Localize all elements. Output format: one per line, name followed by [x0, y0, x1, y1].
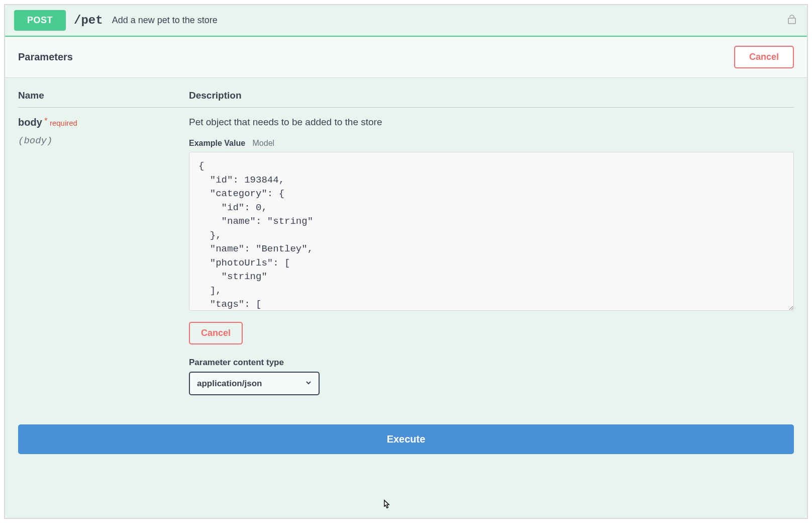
- cursor-pointer-icon: [378, 498, 392, 514]
- column-description-header: Description: [189, 90, 794, 101]
- operation-summary: Add a new pet to the store: [112, 15, 218, 26]
- body-tabs: Example Value Model: [189, 139, 794, 148]
- parameters-content: Name Description body * required (body) …: [5, 78, 807, 518]
- parameter-description-cell: Pet object that needs to be added to the…: [189, 117, 794, 395]
- required-text: required: [50, 119, 77, 127]
- cancel-button[interactable]: Cancel: [734, 46, 794, 68]
- parameter-name: body: [18, 117, 42, 128]
- parameter-name-cell: body * required (body): [18, 117, 189, 395]
- required-star: *: [44, 117, 47, 125]
- table-row: body * required (body) Pet object that n…: [18, 117, 794, 395]
- execute-button[interactable]: Execute: [18, 424, 794, 454]
- operation-path: /pet: [74, 14, 103, 27]
- content-type-select-wrap: application/json: [189, 372, 320, 395]
- content-type-label: Parameter content type: [189, 358, 794, 368]
- http-method-badge: POST: [14, 10, 66, 31]
- column-name-header: Name: [18, 90, 189, 101]
- unlock-icon[interactable]: [786, 14, 798, 28]
- tab-example-value[interactable]: Example Value: [189, 139, 245, 147]
- parameters-header: Parameters Cancel: [5, 37, 807, 78]
- body-json-textarea[interactable]: [189, 152, 794, 311]
- parameters-title: Parameters: [18, 51, 73, 63]
- content-type-select[interactable]: application/json: [189, 372, 320, 395]
- table-header: Name Description: [18, 90, 794, 108]
- operation-panel: POST /pet Add a new pet to the store Par…: [4, 4, 808, 519]
- cancel-body-button[interactable]: Cancel: [189, 322, 243, 344]
- tab-model[interactable]: Model: [253, 139, 275, 147]
- parameters-table: Name Description body * required (body) …: [18, 90, 794, 395]
- parameter-location: (body): [18, 135, 189, 146]
- parameter-description: Pet object that needs to be added to the…: [189, 117, 794, 128]
- operation-header[interactable]: POST /pet Add a new pet to the store: [5, 5, 807, 37]
